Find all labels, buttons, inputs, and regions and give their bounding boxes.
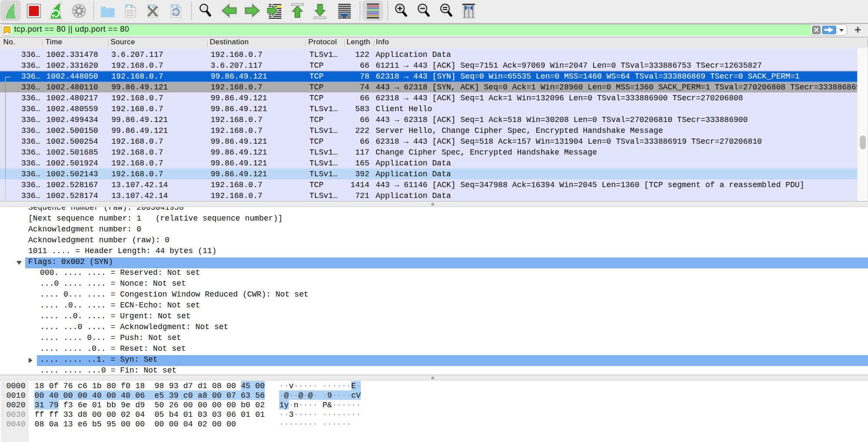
svg-text:01110: 01110 <box>127 14 134 17</box>
